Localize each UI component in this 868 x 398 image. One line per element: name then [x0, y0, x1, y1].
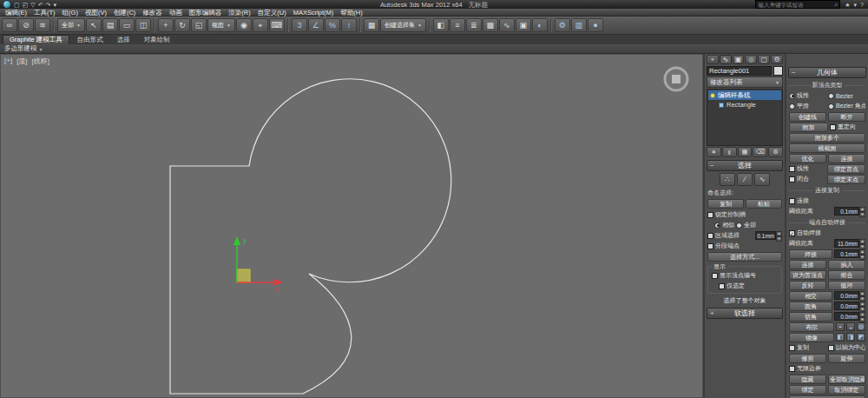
percent-snap-icon[interactable]: % [325, 18, 340, 32]
option-icon[interactable]: ◍ [857, 322, 865, 331]
select-object-icon[interactable]: ↖ [86, 18, 102, 32]
menu-item[interactable]: 渲染(R) [225, 9, 253, 17]
panel-button[interactable]: 插入 [828, 260, 865, 269]
spline-shape[interactable] [170, 79, 451, 394]
object-color-swatch[interactable] [773, 66, 783, 76]
radio-button[interactable] [789, 93, 795, 99]
show-vertex-numbers-checkbox[interactable] [712, 273, 718, 279]
menu-item[interactable]: 自定义(U) [254, 9, 290, 17]
menu-item[interactable]: 编辑(E) [2, 9, 30, 17]
panel-button[interactable]: 绑定首点 [827, 164, 865, 174]
menu-item[interactable]: 修改器 [139, 9, 166, 17]
ribbon-tab-freeform[interactable]: 自由形式 [71, 36, 109, 44]
project-menu-icon[interactable]: ▾ [53, 1, 56, 9]
undo-icon[interactable]: ↶ [38, 1, 43, 9]
spinner-snap-icon[interactable]: ↕ [341, 18, 357, 32]
segment-mode-icon[interactable]: ∕ [737, 173, 753, 186]
checkbox[interactable] [789, 345, 795, 351]
spinner-arrows[interactable]: ▲▼ [859, 249, 865, 258]
radio-button[interactable] [789, 103, 795, 109]
tab-hierarchy[interactable]: ▣ [733, 55, 745, 64]
snaps-toggle-icon[interactable]: 3 [292, 18, 307, 32]
panel-button[interactable]: 取消绑定 [828, 385, 865, 395]
panel-button[interactable]: 断开 [828, 112, 865, 122]
make-unique-icon[interactable]: ▦ [738, 147, 753, 157]
panel-button[interactable]: 圆角 [789, 302, 832, 311]
menu-item[interactable]: 组(G) [59, 9, 82, 17]
menu-item[interactable]: MAXScript(M) [290, 9, 338, 17]
select-and-link-icon[interactable]: ∞ [2, 18, 17, 32]
keyboard-override-icon[interactable]: ⌨ [269, 18, 285, 32]
rollout-geometry[interactable]: − 几何体 [788, 67, 866, 78]
menu-item[interactable]: 视图(V) [82, 9, 110, 17]
viewport-pov-menu[interactable]: [顶] [16, 56, 27, 66]
remove-modifier-icon[interactable]: ⌫ [753, 147, 767, 157]
edit-named-selections-icon[interactable]: ▦ [364, 18, 379, 32]
select-and-move-icon[interactable]: + [158, 18, 174, 32]
panel-button[interactable]: 布尔 [789, 322, 834, 332]
panel-button[interactable]: 反转 [789, 281, 826, 290]
select-and-rotate-icon[interactable]: ↻ [174, 18, 190, 32]
object-name-field[interactable] [707, 66, 772, 76]
panel-button[interactable]: 相交 [789, 291, 832, 301]
render-production-icon[interactable]: ● [588, 18, 603, 32]
panel-button[interactable]: 延伸 [828, 354, 865, 363]
checkbox[interactable] [789, 166, 795, 172]
spinner-arrows[interactable]: ▲▼ [859, 312, 865, 321]
open-file-icon[interactable]: ◰ [23, 1, 29, 9]
checkbox[interactable] [789, 198, 795, 204]
area-threshold-spinner[interactable]: 0.1mm ▲▼ [755, 231, 782, 240]
spinner-arrows[interactable]: ▲▼ [859, 291, 865, 300]
value-spinner[interactable]: 0.0mm▲▼ [834, 291, 865, 300]
panel-button[interactable]: 焊接 [789, 249, 832, 259]
checkbox[interactable] [789, 176, 795, 182]
spinner-down-icon[interactable]: ▼ [776, 236, 782, 242]
spinner-down-icon[interactable]: ▼ [859, 212, 865, 217]
spinner-arrows[interactable]: ▲▼ [776, 231, 782, 240]
spline-mode-icon[interactable]: ∿ [754, 173, 770, 186]
vertex-mode-icon[interactable]: ∴ [720, 173, 735, 186]
rollout-selection[interactable]: − 选择 [707, 160, 783, 171]
material-editor-icon[interactable]: ◐ [532, 18, 548, 32]
select-and-scale-icon[interactable]: ◱ [191, 18, 207, 32]
new-scene-icon[interactable]: ▢ [14, 1, 20, 9]
checkbox[interactable] [828, 345, 834, 351]
panel-button[interactable]: 连接 [789, 260, 826, 269]
infocenter-star-icon[interactable]: ★ [845, 1, 850, 9]
tab-modify[interactable]: ∿ [720, 55, 732, 64]
tab-motion[interactable]: ◎ [745, 55, 757, 64]
menu-item[interactable]: 创建(C) [110, 9, 139, 17]
polygon-modeling-panel[interactable]: 多边形建模 [4, 44, 37, 53]
curve-editor-icon[interactable]: ∿ [499, 18, 515, 32]
modifier-list-dropdown[interactable]: 修改器列表 ▼ [707, 76, 783, 88]
show-end-result-icon[interactable]: ‖ [722, 147, 737, 157]
spinner-arrows[interactable]: ▲▼ [859, 207, 865, 216]
layer-manager-icon[interactable]: ≣ [466, 18, 482, 32]
redo-icon[interactable]: ↷ [46, 1, 51, 9]
select-by-name-icon[interactable]: ▤ [102, 18, 118, 32]
viewport-shading-menu[interactable]: [线框] [32, 56, 49, 66]
transform-gizmo[interactable]: y x [233, 236, 283, 293]
menu-item[interactable]: 动画 [166, 9, 186, 17]
option-icon[interactable]: ◧ [836, 333, 845, 342]
radio-button[interactable] [828, 103, 834, 109]
tab-utilities[interactable]: ⚙ [771, 55, 783, 64]
ribbon-tab-graphite[interactable]: Graphite 建模工具 [3, 35, 69, 44]
selection-region-icon[interactable]: ▭ [119, 18, 135, 32]
steering-wheel-icon[interactable] [665, 68, 687, 90]
tab-display[interactable]: ▢ [758, 55, 770, 64]
align-icon[interactable]: ≡ [450, 18, 465, 32]
modifier-stack-item[interactable]: Rectangle [708, 100, 781, 109]
lightbulb-icon[interactable] [710, 93, 715, 98]
value-spinner[interactable]: 0.1mm▲▼ [834, 207, 865, 216]
option-icon[interactable]: ◨ [846, 333, 855, 342]
viewport-general-menu[interactable]: [+] [4, 56, 12, 66]
panel-button[interactable]: 绑定 [789, 385, 826, 395]
similar-radio[interactable] [714, 222, 720, 229]
value-spinner[interactable]: 0.0mm▲▼ [834, 302, 865, 310]
menu-item[interactable]: 图形编辑器 [186, 9, 226, 17]
lock-handles-checkbox[interactable] [707, 212, 713, 218]
panel-button[interactable]: 绑定末点 [827, 175, 865, 184]
unlink-selection-icon[interactable]: ⊘ [18, 18, 34, 32]
spinner-arrows[interactable]: ▲▼ [859, 302, 865, 310]
